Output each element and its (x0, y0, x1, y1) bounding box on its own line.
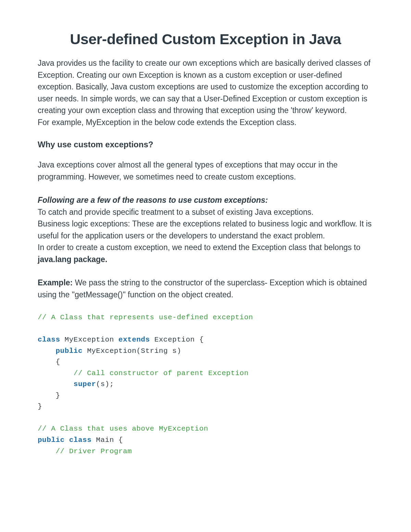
code-keyword-super: super (74, 380, 96, 388)
example-block: Example: We pass the string to the const… (38, 277, 373, 300)
code-keyword-class-2: class (69, 436, 92, 444)
intro-paragraph: Java provides us the facility to create … (38, 57, 373, 128)
reasons-bold-package: java.lang package. (38, 255, 107, 264)
code-driver-comment: // Driver Program (38, 447, 132, 455)
code-comment-2: // A Class that uses above MyException (38, 425, 208, 433)
code-keyword-class: class (38, 336, 60, 344)
reasons-body: To catch and provide specific treatment … (38, 208, 372, 252)
code-keyword-public: public (55, 347, 83, 355)
code-comment: // A Class that represents use-defined e… (38, 313, 253, 321)
code-keyword-public-2: public (38, 436, 65, 444)
code-open-brace: { (38, 358, 60, 366)
code-ctor-sig: MyException(String s) (83, 347, 181, 355)
code-ctor-comment: // Call constructor of parent Exception (38, 369, 249, 377)
code-classname: MyException (60, 336, 119, 344)
reasons-block: Following are a few of the reasons to us… (38, 194, 373, 265)
why-paragraph: Java exceptions cover almost all the gen… (38, 159, 373, 183)
example-body: We pass the string to the constructor of… (38, 278, 367, 299)
example-label: Example: (38, 278, 73, 287)
code-block: // A Class that represents use-defined e… (38, 312, 373, 457)
reasons-heading: Following are a few of the reasons to us… (38, 196, 268, 205)
code-exception-open: Exception { (150, 336, 204, 344)
code-keyword-extends: extends (119, 336, 150, 344)
section-why-heading: Why use custom exceptions? (38, 140, 373, 149)
code-close-outer: } (38, 403, 42, 410)
code-super-args: (s); (96, 380, 114, 388)
page-title: User-defined Custom Exception in Java (38, 31, 373, 48)
code-close-inner: } (38, 392, 60, 399)
code-main-sig: Main { (91, 436, 123, 444)
